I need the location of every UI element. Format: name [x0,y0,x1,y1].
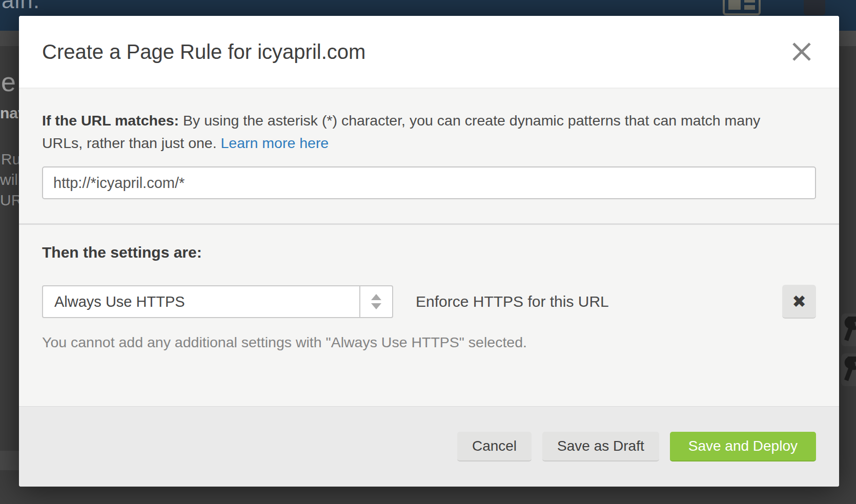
background-text-fragment: will [0,171,22,188]
chevron-up-icon [371,294,381,300]
url-match-description: If the URL matches: By using the asteris… [42,109,801,154]
setting-select[interactable]: Always Use HTTPS [42,285,393,318]
background-band-left-bottom [0,451,19,470]
modal-title: Create a Page Rule for icyapril.com [42,40,365,64]
url-match-label: If the URL matches: [42,112,179,129]
background-text-fragment: e [1,67,16,97]
modal-footer: Cancel Save as Draft Save and Deploy [19,406,839,487]
background-setting-row [841,353,856,386]
setting-row: Always Use HTTPS Enforce HTTPS for this … [42,285,816,319]
chevron-down-icon [371,303,381,309]
setting-select-value: Always Use HTTPS [43,293,359,310]
remove-x-icon: ✖ [792,291,806,311]
settings-heading: Then the settings are: [42,244,816,261]
background-text-fragment: Ru [1,151,21,168]
background-band-right [839,31,856,46]
background-band-left [0,31,19,46]
url-pattern-input[interactable] [42,166,816,199]
remove-setting-button[interactable]: ✖ [782,285,816,319]
modal-header: Create a Page Rule for icyapril.com [19,16,839,89]
save-and-deploy-button[interactable]: Save and Deploy [670,432,816,461]
save-as-draft-button[interactable]: Save as Draft [542,432,659,461]
create-page-rule-modal: Create a Page Rule for icyapril.com If t… [19,16,839,487]
setting-note: You cannot add any additional settings w… [42,334,816,351]
navbar-partial-icon [804,0,825,15]
learn-more-link[interactable]: Learn more here [221,135,329,151]
layout-columns-icon [723,0,761,15]
section-divider [19,223,839,225]
wrench-icon [844,356,856,383]
setting-description: Enforce HTTPS for this URL [416,293,609,310]
wrench-icon [844,317,856,343]
modal-body: If the URL matches: By using the asteris… [19,89,839,351]
background-setting-row [841,313,856,346]
cancel-button[interactable]: Cancel [457,432,532,461]
select-stepper-icon[interactable] [359,286,392,317]
background-domain-text-fragment: ain. [2,0,40,13]
close-icon[interactable] [787,37,816,66]
